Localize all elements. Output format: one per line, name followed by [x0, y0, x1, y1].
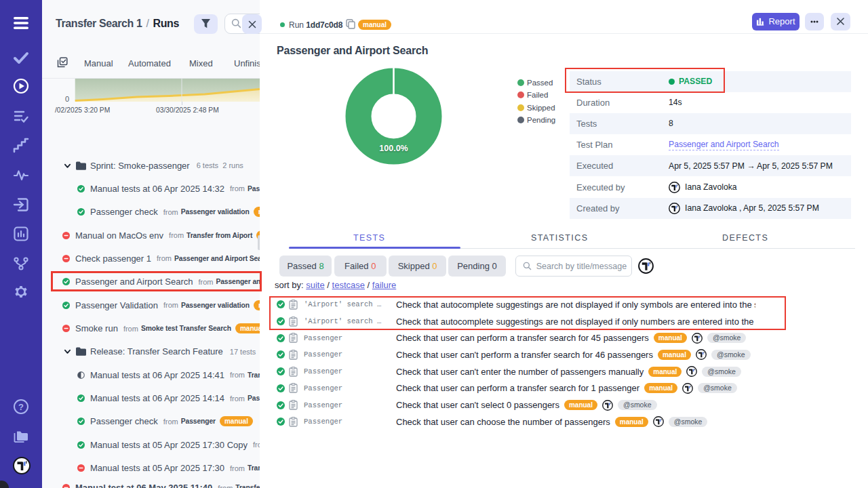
- svg-text:100.0%: 100.0%: [379, 144, 408, 153]
- svg-text:?: ?: [18, 402, 24, 412]
